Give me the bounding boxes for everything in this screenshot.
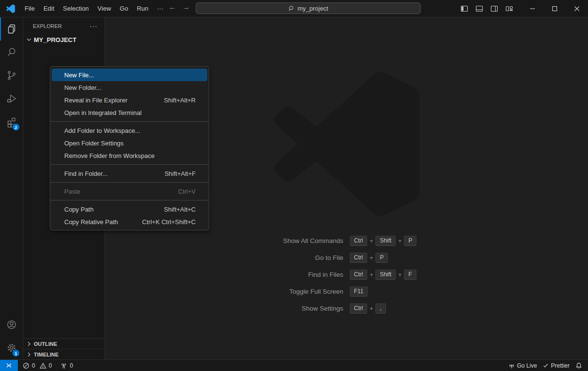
- prettier-label: Prettier: [551, 362, 570, 369]
- timeline-label: TIMELINE: [34, 352, 58, 357]
- outline-section[interactable]: OUTLINE: [23, 338, 104, 349]
- shortcut-label: Show All Commands: [201, 237, 344, 244]
- menu-file[interactable]: File: [20, 3, 39, 14]
- shortcut-row-show-settings: Show Settings Ctrl + ,: [201, 303, 493, 314]
- search-icon: [288, 5, 295, 12]
- menu-separator: [50, 182, 209, 183]
- shortcut-row-find-in-files: Find in Files Ctrl + Shift + F: [201, 269, 493, 280]
- explorer-more-actions-icon[interactable]: ···: [86, 22, 100, 30]
- toggle-sidebar-icon[interactable]: [457, 0, 472, 17]
- minimize-button[interactable]: [521, 0, 544, 17]
- menu-item-new-folder[interactable]: New Folder...: [52, 81, 207, 94]
- search-value: my_project: [298, 5, 329, 12]
- menu-item-remove-folder-from-workspace[interactable]: Remove Folder from Workspace: [52, 149, 207, 162]
- search-icon: [6, 46, 17, 58]
- folder-root-label: MY_PROJECT: [34, 36, 76, 43]
- error-count: 0: [32, 362, 35, 369]
- go-live-label: Go Live: [517, 362, 537, 369]
- key-ctrl: Ctrl: [350, 270, 368, 280]
- menu-separator: [50, 121, 209, 122]
- error-icon: [23, 362, 29, 369]
- menu-edit[interactable]: Edit: [39, 3, 58, 14]
- menu-item-find-in-folder[interactable]: Find in Folder... Shift+Alt+F: [52, 167, 207, 180]
- menu-item-shortcut: Ctrl+K Ctrl+Shift+C: [142, 218, 196, 226]
- warning-count: 0: [49, 362, 52, 369]
- activity-source-control[interactable]: [0, 64, 23, 87]
- close-button[interactable]: [566, 0, 588, 17]
- git-branch-icon: [6, 70, 17, 81]
- menu-item-copy-relative-path[interactable]: Copy Relative Path Ctrl+K Ctrl+Shift+C: [52, 215, 207, 228]
- menu-item-label: Copy Relative Path: [64, 218, 118, 226]
- menu-item-shortcut: Shift+Alt+C: [164, 206, 196, 213]
- back-arrow-icon[interactable]: ←: [166, 3, 179, 12]
- shortcut-label: Go to File: [201, 254, 344, 261]
- menu-item-label: New File...: [64, 71, 94, 79]
- customize-layout-icon[interactable]: [502, 0, 516, 17]
- plus-separator: +: [370, 238, 373, 244]
- shortcut-label: Find in Files: [201, 271, 344, 278]
- menu-item-copy-path[interactable]: Copy Path Shift+Alt+C: [52, 203, 207, 215]
- toggle-panel-icon[interactable]: [472, 0, 487, 17]
- folder-root-my-project[interactable]: MY_PROJECT: [23, 34, 104, 45]
- menu-item-new-file[interactable]: New File...: [52, 69, 207, 81]
- menu-item-shortcut: Ctrl+V: [178, 188, 196, 195]
- check-icon: [543, 362, 549, 369]
- activity-extensions[interactable]: 2: [0, 110, 23, 133]
- forward-arrow-icon[interactable]: →: [180, 3, 192, 12]
- menu-item-open-folder-settings[interactable]: Open Folder Settings: [52, 137, 207, 149]
- menu-view[interactable]: View: [93, 3, 115, 14]
- vscode-watermark-logo: [273, 71, 420, 216]
- activity-run-debug[interactable]: [0, 87, 23, 110]
- shortcut-label: Show Settings: [201, 305, 344, 312]
- menu-selection[interactable]: Selection: [58, 3, 93, 14]
- account-icon: [6, 319, 17, 330]
- go-live-status[interactable]: Go Live: [505, 362, 540, 369]
- prettier-status[interactable]: Prettier: [540, 362, 573, 369]
- vscode-logo-icon: [6, 4, 15, 13]
- menu-item-reveal-in-file-explorer[interactable]: Reveal in File Explorer Shift+Alt+R: [52, 94, 207, 106]
- menu-item-open-in-integrated-terminal[interactable]: Open in Integrated Terminal: [52, 106, 207, 119]
- menu-item-label: Remove Folder from Workspace: [64, 152, 155, 159]
- ports-status[interactable]: 0: [57, 362, 76, 369]
- toggle-secondary-sidebar-icon[interactable]: [487, 0, 502, 17]
- menu-item-label: Find in Folder...: [64, 170, 108, 177]
- key-f11: F11: [350, 286, 368, 297]
- menu-separator: [50, 200, 209, 200]
- key-p: P: [404, 236, 416, 246]
- run-and-debug-icon: [6, 93, 17, 104]
- notifications-status[interactable]: [573, 362, 585, 369]
- command-center-search[interactable]: my_project: [196, 2, 421, 14]
- warning-icon: [40, 362, 46, 369]
- menu-item-label: Open Folder Settings: [64, 140, 124, 147]
- bell-icon: [575, 362, 582, 369]
- activity-accounts[interactable]: [0, 313, 23, 336]
- menu-more[interactable]: ···: [153, 3, 168, 14]
- menu-run[interactable]: Run: [132, 3, 153, 14]
- key-f: F: [404, 270, 416, 280]
- activity-explorer[interactable]: [0, 17, 23, 41]
- settings-badge: 1: [12, 349, 20, 357]
- timeline-section[interactable]: TIMELINE: [23, 349, 104, 359]
- chevron-right-icon: [25, 340, 33, 348]
- menu-separator: [50, 164, 209, 165]
- menu-item-label: Paste: [64, 188, 80, 195]
- menu-go[interactable]: Go: [115, 3, 132, 14]
- title-bar: File Edit Selection View Go Run ··· ← → …: [0, 0, 588, 17]
- activity-settings[interactable]: 1: [0, 336, 23, 359]
- key-shift: Shift: [375, 236, 396, 246]
- plus-separator: +: [370, 271, 373, 278]
- menu-item-paste: Paste Ctrl+V: [52, 185, 207, 198]
- watermark-shortcuts: Show All Commands Ctrl + Shift + P Go to…: [201, 232, 493, 317]
- problems-status[interactable]: 0 0: [20, 362, 55, 369]
- maximize-button[interactable]: [544, 0, 566, 17]
- menu-item-shortcut: Shift+Alt+F: [165, 170, 196, 177]
- activity-bar: 2 1: [0, 17, 23, 359]
- ports-count: 0: [70, 362, 73, 369]
- explorer-context-menu: New File... New Folder... Reveal in File…: [50, 66, 209, 230]
- remote-indicator[interactable]: [0, 360, 18, 371]
- chevron-right-icon: [25, 351, 33, 358]
- activity-search[interactable]: [0, 41, 23, 64]
- window-controls: [457, 0, 588, 17]
- key-comma: ,: [375, 303, 386, 314]
- menu-item-add-folder-to-workspace[interactable]: Add Folder to Workspace...: [52, 124, 207, 137]
